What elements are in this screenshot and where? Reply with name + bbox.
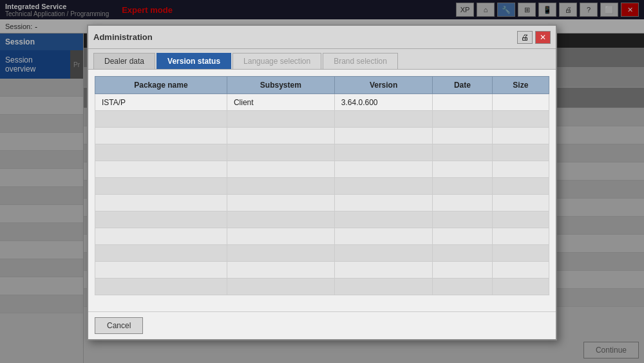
cell-subsystem (227, 128, 334, 144)
table-row (95, 279, 549, 295)
cell-subsystem (227, 144, 334, 161)
cell-package (95, 262, 227, 279)
tab-brand-selection[interactable]: Brand selection (323, 53, 398, 69)
cell-package (95, 144, 227, 161)
cell-date (433, 195, 492, 211)
cell-date (433, 262, 492, 279)
cell-package (95, 228, 227, 245)
cell-size (492, 211, 549, 228)
table-row (95, 211, 549, 228)
cell-package (95, 245, 227, 262)
cell-subsystem (227, 195, 334, 211)
cell-size (492, 128, 549, 144)
tab-version-status[interactable]: Version status (156, 53, 231, 69)
cell-date (433, 211, 492, 228)
cell-date (433, 94, 492, 111)
col-version: Version (334, 77, 433, 94)
cell-subsystem (227, 111, 334, 128)
cell-subsystem (227, 228, 334, 245)
tab-dealer-data[interactable]: Dealer data (93, 53, 155, 69)
cell-size (492, 161, 549, 178)
cell-subsystem (227, 161, 334, 178)
modal-tabs: Dealer data Version status Language sele… (88, 49, 556, 70)
modal-title: Administration (93, 32, 153, 42)
table-row (95, 161, 549, 178)
table-row: ISTA/PClient3.64.0.600 (95, 94, 549, 111)
cell-package (95, 195, 227, 211)
cell-subsystem (227, 279, 334, 295)
cell-package (95, 111, 227, 128)
cell-version (334, 262, 433, 279)
cell-date (433, 279, 492, 295)
col-date: Date (433, 77, 492, 94)
table-row (95, 144, 549, 161)
modal-titlebar: Administration 🖨 ✕ (88, 26, 556, 49)
cell-date (433, 178, 492, 195)
cell-date (433, 144, 492, 161)
cell-subsystem (227, 211, 334, 228)
cell-version (334, 195, 433, 211)
cell-size (492, 245, 549, 262)
modal-footer: Cancel (88, 311, 556, 339)
col-subsystem: Subsystem (227, 77, 334, 94)
cell-date (433, 161, 492, 178)
cell-version (334, 128, 433, 144)
cell-date (433, 128, 492, 144)
cell-size (492, 195, 549, 211)
table-row (95, 228, 549, 245)
table-row (95, 262, 549, 279)
col-package-name: Package name (95, 77, 227, 94)
cell-version (334, 245, 433, 262)
cell-version (334, 279, 433, 295)
modal-close-button[interactable]: ✕ (535, 31, 551, 44)
col-size: Size (492, 77, 549, 94)
table-row (95, 178, 549, 195)
cell-version (334, 144, 433, 161)
tab-language-selection[interactable]: Language selection (232, 53, 321, 69)
cell-version (334, 178, 433, 195)
table-row (95, 111, 549, 128)
cell-date (433, 111, 492, 128)
table-row (95, 195, 549, 211)
cell-date (433, 228, 492, 245)
version-table: Package name Subsystem Version Date Size… (95, 76, 549, 295)
cell-date (433, 245, 492, 262)
cell-size (492, 228, 549, 245)
cell-package (95, 211, 227, 228)
cancel-button[interactable]: Cancel (95, 317, 143, 334)
cell-version (334, 211, 433, 228)
cell-size (492, 279, 549, 295)
cell-version (334, 228, 433, 245)
cell-size (492, 144, 549, 161)
cell-subsystem (227, 178, 334, 195)
cell-subsystem: Client (227, 94, 334, 111)
cell-subsystem (227, 262, 334, 279)
cell-size (492, 111, 549, 128)
table-row (95, 245, 549, 262)
cell-version (334, 111, 433, 128)
cell-package: ISTA/P (95, 94, 227, 111)
cell-size (492, 178, 549, 195)
cell-subsystem (227, 245, 334, 262)
cell-package (95, 128, 227, 144)
cell-package (95, 178, 227, 195)
cell-package (95, 279, 227, 295)
modal-print-button[interactable]: 🖨 (517, 31, 533, 44)
cell-version (334, 161, 433, 178)
modal-body: Package name Subsystem Version Date Size… (88, 70, 556, 311)
table-row (95, 128, 549, 144)
cell-package (95, 161, 227, 178)
cell-version: 3.64.0.600 (334, 94, 433, 111)
cell-size (492, 262, 549, 279)
cell-size (492, 94, 549, 111)
modal-overlay: Administration 🖨 ✕ Dealer data Version s… (0, 0, 644, 363)
modal-dialog: Administration 🖨 ✕ Dealer data Version s… (87, 25, 557, 340)
modal-controls: 🖨 ✕ (517, 31, 551, 44)
